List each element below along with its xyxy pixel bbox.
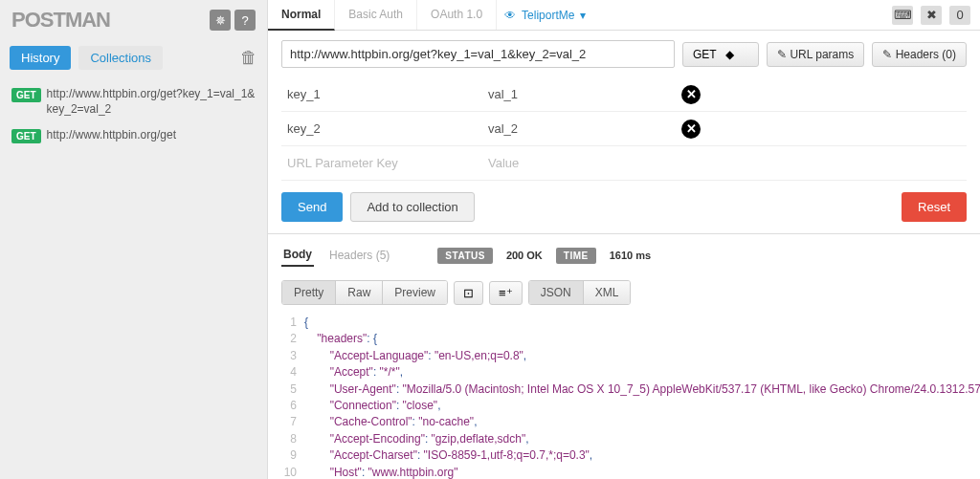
notification-badge[interactable]: 0 [949, 6, 970, 25]
tab-oauth[interactable]: OAuth 1.0 [417, 0, 497, 30]
delete-param-icon[interactable]: ✕ [681, 85, 701, 104]
copy-icon[interactable]: ≡⁺ [489, 281, 523, 305]
raw-button[interactable]: Raw [336, 281, 383, 304]
format-row: Pretty Raw Preview ⊡ ≡⁺ JSON XML [268, 274, 980, 311]
param-row: ✕ [281, 77, 967, 112]
reset-button[interactable]: Reset [902, 192, 967, 222]
method-badge: GET [11, 129, 41, 143]
time-value: 1610 ms [610, 250, 651, 261]
tab-history[interactable]: History [10, 46, 71, 70]
send-button[interactable]: Send [281, 192, 343, 222]
tab-basic-auth[interactable]: Basic Auth [335, 0, 417, 30]
url-input[interactable] [281, 40, 675, 68]
method-badge: GET [11, 88, 41, 102]
add-to-collection-button[interactable]: Add to collection [350, 192, 474, 222]
history-url: http://www.httpbin.org/get?key_1=val_1&k… [47, 87, 256, 117]
logo: POSTMAN [11, 8, 110, 33]
history-item[interactable]: GET http://www.httpbin.org/get?key_1=val… [4, 81, 263, 122]
params-table: ✕ ✕ [268, 77, 980, 181]
view-mode-group: Pretty Raw Preview [281, 280, 448, 305]
param-key-input[interactable] [281, 112, 473, 145]
settings-icon[interactable]: ✖ [921, 6, 942, 25]
header-icons: ✵ ? [210, 10, 256, 31]
method-select[interactable]: GET ◆ [682, 42, 759, 67]
response-body[interactable]: 1{2 "headers": {3 "Accept-Language": "en… [268, 311, 980, 479]
response-tabs-row: Body Headers (5) STATUS 200 OK TIME 1610… [268, 234, 980, 274]
keyboard-icon[interactable]: ⌨ [892, 6, 913, 25]
env-name: TeliportMe [522, 9, 574, 22]
pretty-button[interactable]: Pretty [282, 281, 336, 304]
param-key-input[interactable] [281, 77, 473, 111]
auth-tabs: Normal Basic Auth OAuth 1.0 [268, 0, 497, 30]
tab-resp-headers[interactable]: Headers (5) [327, 245, 391, 266]
param-key-input[interactable] [281, 146, 473, 180]
preview-button[interactable]: Preview [383, 281, 447, 304]
twitter-icon[interactable]: ✵ [210, 10, 231, 31]
tab-collections[interactable]: Collections [78, 46, 163, 70]
status-value: 200 OK [506, 250, 543, 261]
tab-body[interactable]: Body [281, 244, 314, 267]
help-icon[interactable]: ? [234, 10, 256, 31]
toggle-wrap-icon[interactable]: ⊡ [454, 281, 483, 305]
environment-selector[interactable]: 👁 TeliportMe ▾ [504, 9, 586, 22]
param-row: ✕ [281, 112, 967, 146]
eye-icon: 👁 [504, 9, 516, 22]
action-row: Send Add to collection Reset [268, 181, 980, 233]
sidebar: POSTMAN ✵ ? History Collections 🗑 GET ht… [0, 0, 268, 479]
status-label: STATUS [437, 248, 493, 264]
sidebar-header: POSTMAN ✵ ? [0, 0, 267, 40]
param-value-input[interactable] [482, 146, 674, 180]
history-url: http://www.httpbin.org/get [47, 128, 176, 143]
time-label: TIME [556, 248, 596, 264]
lang-group: JSON XML [528, 280, 632, 305]
tab-normal[interactable]: Normal [268, 0, 335, 31]
json-button[interactable]: JSON [529, 281, 584, 304]
param-value-input[interactable] [482, 77, 674, 111]
url-row: GET ◆ ✎ URL params ✎ Headers (0) [268, 31, 980, 77]
delete-param-icon[interactable]: ✕ [681, 120, 701, 139]
sidebar-tabs: History Collections 🗑 [0, 40, 267, 76]
history-list: GET http://www.httpbin.org/get?key_1=val… [0, 76, 267, 155]
top-tabs-row: Normal Basic Auth OAuth 1.0 👁 TeliportMe… [268, 0, 980, 31]
headers-button[interactable]: ✎ Headers (0) [872, 42, 967, 67]
trash-icon[interactable]: 🗑 [240, 48, 257, 68]
xml-button[interactable]: XML [584, 281, 631, 304]
param-value-input[interactable] [482, 112, 674, 145]
main: Normal Basic Auth OAuth 1.0 👁 TeliportMe… [268, 0, 980, 479]
chevron-down-icon: ▾ [580, 9, 586, 22]
url-params-button[interactable]: ✎ URL params [767, 42, 864, 67]
history-item[interactable]: GET http://www.httpbin.org/get [4, 122, 263, 149]
top-right-icons: ⌨ ✖ 0 [892, 6, 970, 25]
param-row-new [281, 146, 967, 181]
